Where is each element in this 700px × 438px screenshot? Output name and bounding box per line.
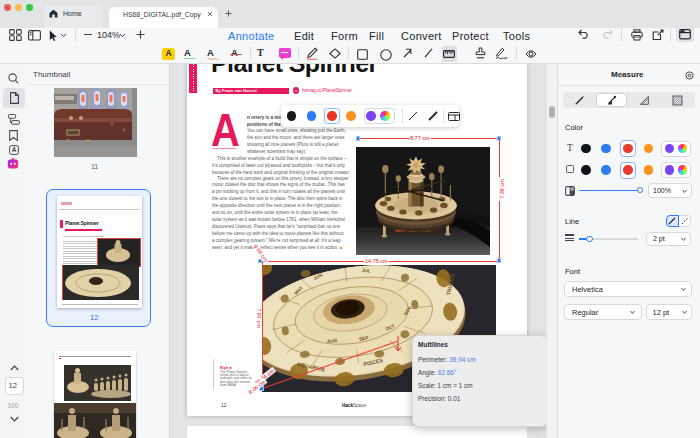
svg-text:A: A [11, 146, 16, 153]
svg-text:JUL: JUL [362, 268, 371, 274]
